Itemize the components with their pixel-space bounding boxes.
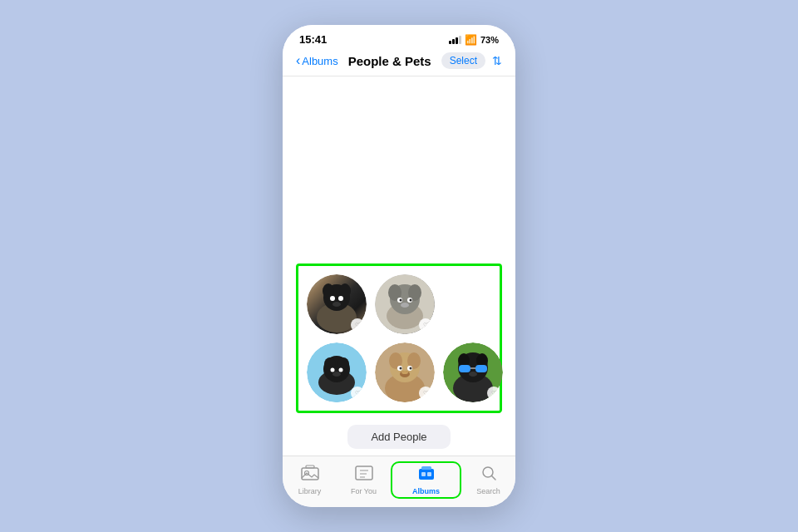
svg-point-5 (338, 296, 343, 301)
chevron-left-icon: ‹ (296, 53, 300, 68)
tab-albums[interactable]: Albums (391, 461, 461, 499)
svg-point-4 (330, 296, 335, 301)
back-button[interactable]: ‹ Albums (296, 53, 338, 68)
pet-item[interactable]: ♡ (307, 342, 367, 402)
pet-item[interactable]: ♡ (307, 274, 367, 334)
svg-rect-45 (475, 365, 487, 372)
svg-rect-56 (421, 466, 431, 470)
heart-icon: ♡ (351, 318, 364, 332)
signal-icon (449, 36, 461, 44)
svg-point-17 (401, 303, 409, 308)
svg-rect-57 (421, 472, 426, 476)
svg-point-26 (339, 368, 343, 372)
empty-slot (443, 274, 503, 334)
svg-point-6 (332, 302, 341, 307)
heart-icon: ♡ (419, 318, 432, 332)
add-people-button[interactable]: Add People (347, 425, 450, 449)
svg-point-36 (410, 367, 412, 370)
phone-frame: 15:41 📶 73% ‹ Albums People & Pets Selec… (283, 25, 515, 507)
svg-point-27 (332, 372, 341, 377)
battery-indicator: 73% (480, 35, 499, 45)
search-label: Search (476, 487, 500, 495)
select-button[interactable]: Select (441, 52, 485, 69)
back-label: Albums (302, 55, 337, 67)
svg-line-60 (491, 476, 495, 480)
library-icon (301, 465, 319, 485)
svg-rect-48 (302, 468, 318, 480)
status-bar: 15:41 📶 73% (283, 25, 515, 49)
pet-grid: ♡ (307, 274, 491, 402)
search-icon (480, 465, 497, 485)
tab-search[interactable]: Search (461, 465, 515, 495)
content-area: ♡ (283, 76, 515, 456)
nav-actions: Select ⇅ (441, 52, 502, 69)
svg-point-15 (400, 299, 402, 302)
svg-point-25 (331, 368, 335, 372)
tab-for-you[interactable]: For You (337, 465, 391, 495)
for-you-label: For You (351, 487, 377, 495)
albums-icon (417, 465, 436, 485)
svg-point-47 (469, 372, 477, 377)
wifi-icon: 📶 (465, 34, 477, 46)
pet-item[interactable]: ♡ (443, 342, 503, 402)
status-icons: 📶 73% (449, 34, 499, 46)
add-people-section: Add People (283, 413, 515, 456)
svg-rect-58 (427, 472, 431, 476)
svg-point-38 (401, 371, 408, 374)
heart-icon: ♡ (419, 387, 432, 400)
tab-bar: Library For You (283, 456, 515, 507)
svg-rect-55 (419, 469, 434, 480)
tab-library[interactable]: Library (283, 465, 337, 495)
pet-item[interactable]: ♡ (375, 274, 435, 334)
nav-bar: ‹ Albums People & Pets Select ⇅ (283, 49, 515, 76)
for-you-icon (355, 465, 373, 485)
empty-space (283, 76, 515, 264)
svg-rect-50 (306, 466, 314, 468)
heart-icon: ♡ (351, 387, 364, 400)
sort-button[interactable]: ⇅ (492, 54, 502, 67)
heart-icon: ♡ (487, 387, 500, 400)
albums-label: Albums (412, 487, 440, 495)
svg-rect-44 (459, 365, 470, 372)
status-time: 15:41 (299, 33, 327, 46)
pet-grid-container: ♡ (296, 264, 502, 413)
svg-point-16 (410, 299, 412, 302)
svg-point-35 (400, 367, 402, 370)
pet-item[interactable]: ♡ (375, 342, 435, 402)
library-label: Library (298, 487, 322, 495)
page-title: People & Pets (348, 54, 431, 68)
